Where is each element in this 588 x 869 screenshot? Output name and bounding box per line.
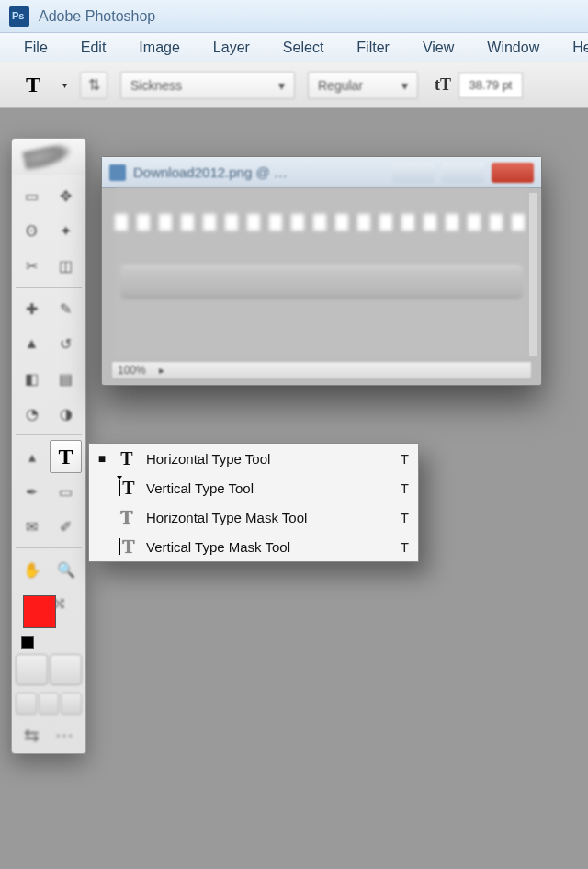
tool-preset-picker[interactable]: T	[17, 72, 50, 99]
document-canvas[interactable]	[115, 188, 528, 359]
edit-quickmask-mode[interactable]	[50, 654, 82, 685]
tool-gradient[interactable]: ▤	[50, 362, 82, 395]
font-size-group: tT 38.79 pt	[431, 73, 523, 98]
default-colors-icon[interactable]	[21, 636, 34, 649]
tool-brush[interactable]: ✎	[50, 292, 82, 325]
menu-help[interactable]: Help	[556, 36, 588, 60]
document-titlebar[interactable]: Download2012.png @ …	[102, 157, 541, 188]
chevron-down-icon: ▾	[401, 78, 408, 93]
tool-pen[interactable]: ✒	[16, 475, 48, 508]
orientation-toggle[interactable]: ⇅	[80, 72, 107, 99]
vertical-type-mask-icon: T	[117, 537, 137, 556]
menu-image[interactable]: Image	[122, 36, 196, 60]
type-tool-glyph-icon: T	[26, 73, 40, 97]
vertical-scrollbar[interactable]	[528, 192, 537, 357]
flyout-item-label: Horizontal Type Mask Tool	[146, 510, 383, 525]
font-style-value: Regular	[318, 78, 363, 93]
flyout-item-label: Vertical Type Tool	[146, 480, 383, 496]
document-window: Download2012.png @ … 100% ▸	[101, 156, 542, 386]
color-swatches: ⤭	[16, 593, 82, 645]
options-bar: T ▾ ⇅ Sickness ▾ Regular ▾ tT 38.79 pt	[0, 62, 588, 108]
font-family-value: Sickness	[130, 78, 182, 93]
tool-shape[interactable]: ▭	[50, 475, 82, 508]
flyout-item-shortcut: T	[392, 480, 409, 496]
swap-colors-icon[interactable]: ⤭	[52, 593, 74, 615]
menubar: File Edit Image Layer Select Filter View…	[0, 33, 588, 62]
tool-slice[interactable]: ◫	[50, 249, 82, 282]
font-size-icon: tT	[431, 73, 455, 97]
vertical-type-icon: T	[117, 479, 137, 497]
feather-icon	[22, 141, 74, 172]
app-title: Adobe Photoshop	[39, 8, 155, 25]
screenmode-full[interactable]	[61, 693, 82, 715]
zoom-level[interactable]: 100%	[118, 364, 146, 377]
tool-zoom[interactable]: 🔍	[50, 553, 82, 586]
tool-crop[interactable]: ✂	[16, 249, 48, 282]
document-icon	[109, 164, 126, 181]
document-statusbar: 100% ▸	[111, 361, 532, 379]
window-minimize-button[interactable]	[392, 163, 435, 183]
font-style-combo[interactable]: Regular ▾	[308, 72, 418, 99]
tool-stamp[interactable]: ▲	[16, 327, 48, 360]
screenmode-standard[interactable]	[16, 693, 37, 715]
flyout-item-shortcut: T	[392, 451, 409, 467]
foreground-swatch[interactable]	[23, 595, 56, 628]
flyout-item-vertical-type-mask[interactable]: T Vertical Type Mask Tool T	[89, 532, 418, 561]
toolbox-header[interactable]	[12, 139, 85, 175]
tool-type[interactable]: T	[50, 440, 82, 473]
font-family-combo[interactable]: Sickness ▾	[120, 72, 295, 99]
selected-bullet-icon: ■	[96, 451, 107, 466]
extra-tool-icon[interactable]: ⋯	[55, 724, 74, 746]
flyout-item-vertical-type[interactable]: T Vertical Type Tool T	[89, 473, 418, 502]
tool-preset-dropdown-icon[interactable]: ▾	[62, 80, 67, 90]
window-maximize-button[interactable]	[442, 163, 484, 183]
statusbar-info-icon[interactable]: ▸	[159, 364, 164, 377]
jump-to-imageready-icon[interactable]: ⇆	[24, 724, 40, 746]
tool-path-select[interactable]: ▴	[16, 440, 48, 473]
flyout-item-shortcut: T	[392, 539, 409, 555]
tool-hand[interactable]: ✋	[16, 553, 48, 586]
app-icon	[9, 6, 29, 27]
tool-lasso[interactable]: ʘ	[16, 214, 48, 247]
menu-edit[interactable]: Edit	[64, 36, 123, 60]
tool-history-brush[interactable]: ↺	[50, 327, 82, 360]
tool-dodge[interactable]: ◑	[50, 397, 82, 430]
menu-window[interactable]: Window	[470, 36, 556, 60]
flyout-item-label: Vertical Type Mask Tool	[146, 539, 383, 555]
tool-notes[interactable]: ✉	[16, 510, 48, 543]
toolbox: ▭ ✥ ʘ ✦ ✂ ◫ ✚ ✎ ▲ ↺ ◧ ▤ ◔ ◑ ▴ T ✒ ▭ ✉ ✐ …	[11, 138, 86, 754]
edit-standard-mode[interactable]	[16, 654, 48, 685]
font-size-field[interactable]: 38.79 pt	[458, 73, 523, 98]
chevron-down-icon: ▾	[278, 78, 285, 93]
tool-marquee[interactable]: ▭	[16, 179, 48, 212]
tool-eyedropper[interactable]: ✐	[50, 510, 82, 543]
app-titlebar: Adobe Photoshop	[0, 0, 588, 33]
menu-file[interactable]: File	[7, 36, 64, 60]
tool-wand[interactable]: ✦	[50, 214, 82, 247]
flyout-item-label: Horizontal Type Tool	[146, 451, 383, 467]
flyout-item-shortcut: T	[392, 510, 409, 525]
tool-move[interactable]: ✥	[50, 179, 82, 212]
window-close-button[interactable]	[492, 163, 534, 183]
document-title: Download2012.png @ …	[133, 164, 288, 180]
menu-select[interactable]: Select	[266, 36, 340, 60]
tool-heal[interactable]: ✚	[16, 292, 48, 325]
menu-filter[interactable]: Filter	[340, 36, 406, 60]
menu-view[interactable]: View	[406, 36, 470, 60]
type-tool-flyout: ■ T Horizontal Type Tool T T Vertical Ty…	[88, 443, 419, 562]
menu-layer[interactable]: Layer	[197, 36, 266, 60]
screenmode-fullmenu[interactable]	[39, 693, 60, 715]
tool-blur[interactable]: ◔	[16, 397, 48, 430]
flyout-item-horizontal-type[interactable]: ■ T Horizontal Type Tool T	[89, 444, 418, 473]
tool-eraser[interactable]: ◧	[16, 362, 48, 395]
horizontal-type-icon: T	[117, 449, 137, 468]
horizontal-type-mask-icon: T	[117, 508, 137, 526]
flyout-item-horizontal-type-mask[interactable]: T Horizontal Type Mask Tool T	[89, 502, 418, 532]
